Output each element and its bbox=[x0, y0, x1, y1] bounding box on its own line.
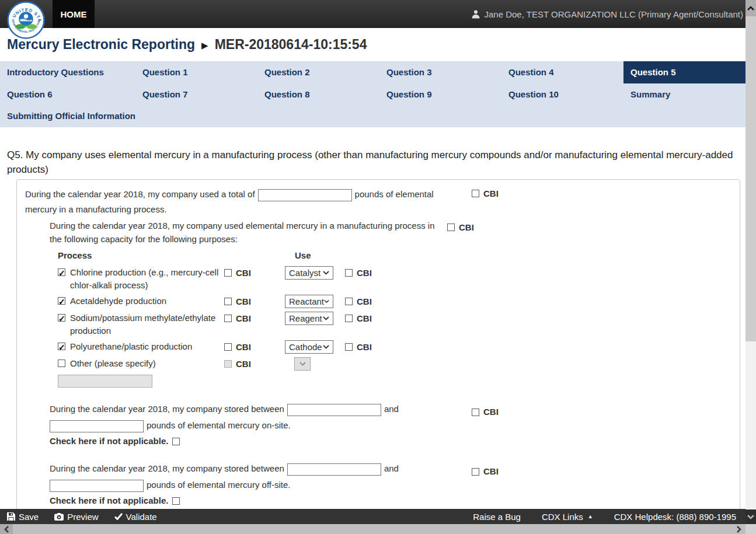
chevron-down-icon bbox=[747, 515, 754, 519]
cbi-label: CBI bbox=[357, 313, 372, 323]
validate-check-icon bbox=[114, 513, 123, 520]
report-id-label: MER-20180614-10:15:54 bbox=[215, 37, 367, 53]
process-row-acetaldehyde: ✓ Acetaldehyde production ✓ CBI Reactant… bbox=[58, 295, 478, 309]
process-row-chlorine: ✓ Chlorine production (e.g., mercury-cel… bbox=[58, 266, 478, 292]
process-checkbox[interactable]: ✓ bbox=[58, 268, 65, 276]
process-label: Sodium/potassium methylate/ethylate prod… bbox=[70, 312, 228, 337]
process-cbi-checkbox[interactable]: ✓ bbox=[224, 269, 232, 277]
stored-offsite-min-input[interactable] bbox=[287, 463, 381, 476]
use-select[interactable]: Reagent bbox=[285, 312, 333, 325]
horizontal-scrollbar[interactable] bbox=[0, 524, 745, 534]
use-select[interactable]: Catalyst bbox=[285, 266, 333, 280]
total-used-cbi-checkbox[interactable]: ✓ bbox=[472, 190, 479, 197]
cbi-label: CBI bbox=[357, 268, 372, 278]
process-cbi-checkbox-disabled bbox=[224, 360, 232, 368]
process-cbi-checkbox[interactable]: ✓ bbox=[224, 315, 232, 322]
validate-button[interactable]: Validate bbox=[114, 512, 157, 522]
mercury-reporting-page: HOME Jane Doe, TEST ORGANIZATION LLC (Pr… bbox=[0, 0, 756, 534]
process-label: Other (please specify) bbox=[70, 357, 156, 370]
capacity-cbi-checkbox[interactable]: ✓ bbox=[447, 224, 455, 231]
checkmark-icon: ✓ bbox=[58, 312, 65, 325]
question-tab-bar: Introductory Questions Question 1 Questi… bbox=[0, 61, 745, 127]
use-select[interactable]: Reactant bbox=[285, 295, 333, 308]
checkmark-icon: ✓ bbox=[58, 295, 65, 308]
tab-summary[interactable]: Summary bbox=[623, 83, 745, 106]
stored-offsite-cbi: ✓ CBI bbox=[472, 463, 499, 480]
cbi-label: CBI bbox=[357, 296, 372, 306]
stored-offsite-section: During the calendar year 2018, my compan… bbox=[50, 460, 458, 507]
save-button[interactable]: Save bbox=[7, 512, 39, 522]
tab-question-7[interactable]: Question 7 bbox=[135, 83, 257, 106]
home-button[interactable]: HOME bbox=[53, 0, 95, 28]
tab-question-5[interactable]: Question 5 bbox=[623, 61, 745, 83]
raise-a-bug-link[interactable]: Raise a Bug bbox=[473, 512, 521, 522]
scroll-right-arrow[interactable] bbox=[733, 524, 745, 534]
checkmark-icon: ✓ bbox=[58, 341, 65, 354]
cbi-label: CBI bbox=[236, 313, 251, 323]
tab-submitting-official-information[interactable]: Submitting Official Information bbox=[0, 105, 135, 127]
use-cbi-checkbox[interactable]: ✓ bbox=[345, 315, 353, 322]
tab-introductory-questions[interactable]: Introductory Questions bbox=[0, 61, 135, 83]
stored-onsite-max-input[interactable] bbox=[50, 420, 144, 432]
use-select-disabled bbox=[294, 357, 311, 371]
scroll-left-arrow[interactable] bbox=[0, 524, 13, 534]
stored-onsite-min-input[interactable] bbox=[287, 404, 381, 416]
tab-question-2[interactable]: Question 2 bbox=[257, 61, 379, 83]
tab-question-10[interactable]: Question 10 bbox=[501, 83, 623, 106]
chevron-right-icon bbox=[737, 526, 741, 533]
process-row-other: ✓ Other (please specify) CBI bbox=[58, 357, 478, 371]
stored-offsite-cbi-checkbox[interactable]: ✓ bbox=[472, 468, 479, 476]
checkmark-icon: ✓ bbox=[58, 267, 65, 280]
process-checkbox[interactable]: ✓ bbox=[58, 297, 65, 305]
offsite-na-checkbox[interactable]: ✓ bbox=[172, 497, 180, 505]
cdx-links-menu[interactable]: CDX Links ▲ bbox=[542, 512, 593, 522]
scroll-up-arrow[interactable] bbox=[745, 0, 756, 16]
total-pounds-input[interactable] bbox=[258, 189, 352, 201]
process-label: Acetaldehyde production bbox=[70, 295, 166, 308]
cbi-label: CBI bbox=[483, 189, 499, 198]
use-select[interactable]: Cathode bbox=[285, 340, 333, 354]
not-applicable-label: Check here if not applicable. bbox=[50, 435, 168, 447]
user-menu[interactable]: Jane Doe, TEST ORGANIZATION LLC (Primary… bbox=[471, 0, 744, 28]
user-icon bbox=[471, 9, 480, 19]
stored-onsite-cbi-checkbox[interactable]: ✓ bbox=[472, 409, 479, 416]
cbi-label: CBI bbox=[236, 296, 251, 306]
cbi-label: CBI bbox=[236, 359, 251, 369]
process-checkbox[interactable]: ✓ bbox=[58, 360, 65, 367]
process-cbi-checkbox[interactable]: ✓ bbox=[224, 298, 232, 305]
stored-onsite-cbi: ✓ CBI bbox=[472, 404, 499, 420]
tab-question-1[interactable]: Question 1 bbox=[135, 61, 257, 83]
stored-offsite-max-input[interactable] bbox=[50, 480, 144, 492]
onsite-na-checkbox[interactable]: ✓ bbox=[172, 438, 180, 445]
cdx-helpdesk-label: CDX Helpdesk: (888) 890-1995 bbox=[614, 512, 736, 522]
process-label: Polyurethane/plastic production bbox=[70, 340, 192, 353]
process-column-header: Process bbox=[58, 250, 92, 260]
use-cbi-checkbox[interactable]: ✓ bbox=[345, 269, 353, 277]
chevron-down-icon bbox=[323, 271, 329, 275]
footer-action-bar: Save Preview Validate Raise a Bug bbox=[0, 509, 745, 524]
tab-question-4[interactable]: Question 4 bbox=[501, 61, 623, 83]
chevron-down-icon bbox=[299, 362, 306, 366]
tab-question-6[interactable]: Question 6 bbox=[0, 83, 135, 106]
use-cbi-checkbox[interactable]: ✓ bbox=[345, 343, 353, 351]
chevron-left-icon bbox=[4, 526, 9, 533]
not-applicable-label: Check here if not applicable. bbox=[50, 495, 168, 507]
process-checkbox[interactable]: ✓ bbox=[58, 314, 65, 322]
tab-question-8[interactable]: Question 8 bbox=[257, 83, 379, 106]
vertical-scrollbar-thumb[interactable] bbox=[745, 16, 756, 341]
process-checkbox[interactable]: ✓ bbox=[58, 343, 65, 350]
total-used-cbi: ✓ CBI bbox=[472, 189, 499, 198]
scroll-down-arrow[interactable] bbox=[745, 509, 756, 524]
process-cbi-checkbox[interactable]: ✓ bbox=[224, 343, 232, 351]
stored-onsite-section: During the calendar year 2018, my compan… bbox=[50, 401, 458, 447]
cbi-label: CBI bbox=[357, 342, 372, 352]
vertical-scrollbar[interactable] bbox=[745, 0, 756, 524]
tab-question-3[interactable]: Question 3 bbox=[379, 61, 501, 83]
tab-question-9[interactable]: Question 9 bbox=[379, 83, 501, 106]
question-5-form: During the calendar year 2018, my compan… bbox=[16, 179, 740, 534]
chevron-down-icon bbox=[323, 345, 329, 349]
total-used-sentence: During the calendar year 2018, my compan… bbox=[25, 187, 434, 217]
chevron-down-icon bbox=[323, 316, 329, 320]
preview-button[interactable]: Preview bbox=[54, 512, 98, 522]
use-cbi-checkbox[interactable]: ✓ bbox=[345, 298, 353, 305]
